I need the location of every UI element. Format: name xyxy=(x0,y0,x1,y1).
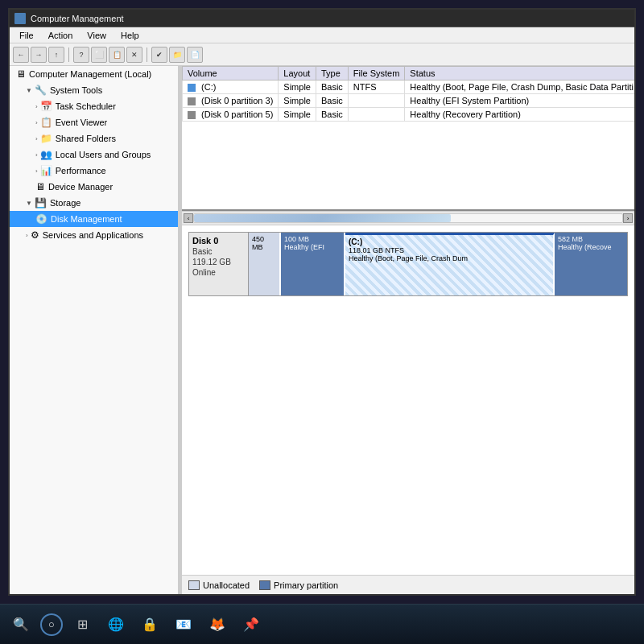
partition-recovery-label: Healthy (Recove xyxy=(558,243,624,251)
sidebar-item-shared-folders[interactable]: › 📁 Shared Folders xyxy=(10,130,178,147)
vol-icon-p3 xyxy=(188,97,196,105)
export-button[interactable]: 📋 xyxy=(109,47,125,63)
scroll-left-button[interactable]: ‹ xyxy=(184,213,193,223)
scroll-right-button[interactable]: › xyxy=(623,213,633,223)
expand-arrow-shared-folders: › xyxy=(35,135,38,142)
shared-folders-icon: 📁 xyxy=(40,133,52,144)
partition-c-name: (C:) xyxy=(349,237,550,246)
toolbar-separator-1 xyxy=(68,47,69,62)
vol-layout-p3: Simple xyxy=(279,94,316,108)
title-bar: Computer Management xyxy=(10,10,634,27)
sidebar-item-local-users[interactable]: › 👥 Local Users and Groups xyxy=(10,147,178,163)
disk-management-icon: 💿 xyxy=(35,213,47,225)
sidebar-item-storage[interactable]: ▼ 💾 Storage xyxy=(10,195,178,211)
cortana-button[interactable]: ○ xyxy=(40,613,63,636)
storage-label: Storage xyxy=(50,198,81,208)
tree-root[interactable]: 🖥 Computer Management (Local) xyxy=(10,66,178,82)
disk-0-row: Disk 0 Basic 119.12 GB Online 450 MB xyxy=(188,232,628,296)
help-button[interactable]: ? xyxy=(73,47,89,63)
legend-primary-box xyxy=(259,580,270,590)
vol-layout-p5: Simple xyxy=(279,108,316,122)
search-button[interactable]: 🔍 xyxy=(6,610,35,639)
edge-button[interactable]: 🌐 xyxy=(101,610,130,639)
legend-unallocated-box xyxy=(188,580,200,590)
legend-unallocated: Unallocated xyxy=(188,580,250,590)
table-row[interactable]: (C:) Simple Basic NTFS Healthy (Boot, Pa… xyxy=(183,80,635,94)
delete-button[interactable]: ✕ xyxy=(126,47,142,63)
disk-0-partitions: 450 MB 100 MB Healthy (EFI (C:) 118.01 G… xyxy=(249,232,628,296)
partition-efi[interactable]: 100 MB Healthy (EFI xyxy=(281,233,345,295)
disk-0-status: Online xyxy=(192,268,245,277)
menu-file[interactable]: File xyxy=(13,29,40,42)
partition-c-drive[interactable]: (C:) 118.01 GB NTFS Healthy (Boot, Page … xyxy=(345,233,555,295)
task-view-button[interactable]: ⊞ xyxy=(68,610,97,639)
system-tools-icon: 🔧 xyxy=(35,85,47,96)
local-users-label: Local Users and Groups xyxy=(56,150,151,159)
sidebar-item-disk-management[interactable]: 💿 Disk Management xyxy=(10,211,178,227)
expand-arrow-storage: ▼ xyxy=(26,200,32,207)
sidebar-item-task-scheduler[interactable]: › 📅 Task Scheduler xyxy=(10,98,178,114)
col-filesystem[interactable]: File System xyxy=(348,67,404,80)
app-icon xyxy=(14,13,26,24)
partition-unallocated[interactable]: 450 MB xyxy=(249,233,281,295)
back-button[interactable]: ← xyxy=(13,47,29,63)
local-users-icon: 👥 xyxy=(40,149,52,160)
taskbar: 🔍 ○ ⊞ 🌐 🔒 📧 🦊 📌 xyxy=(0,604,644,644)
menu-view[interactable]: View xyxy=(80,29,113,42)
sidebar-item-event-viewer[interactable]: › 📋 Event Viewer xyxy=(10,114,178,130)
col-layout[interactable]: Layout xyxy=(279,67,316,80)
system-tools-label: System Tools xyxy=(50,85,102,95)
vol-status-p3: Healthy (EFI System Partition) xyxy=(405,94,634,108)
partition-c-size: 118.01 GB NTFS xyxy=(349,246,550,254)
task-scheduler-icon: 📅 xyxy=(40,101,52,112)
event-viewer-icon: 📋 xyxy=(40,117,52,128)
partition-recovery-size: 582 MB xyxy=(558,235,624,243)
lock-button[interactable]: 🔒 xyxy=(135,610,164,639)
vol-name-c: (C:) xyxy=(183,80,279,94)
expand-arrow-task-scheduler: › xyxy=(35,103,38,110)
legend-unallocated-label: Unallocated xyxy=(203,580,250,590)
table-row[interactable]: (Disk 0 partition 5) Simple Basic Health… xyxy=(183,108,635,122)
disk-0-type: Basic xyxy=(192,247,245,256)
firefox-button[interactable]: 🦊 xyxy=(203,610,232,639)
check-button[interactable]: ✔ xyxy=(151,47,167,63)
menu-action[interactable]: Action xyxy=(42,29,80,42)
col-status[interactable]: Status xyxy=(405,67,634,80)
sidebar-item-performance[interactable]: › 📊 Performance xyxy=(10,163,178,179)
forward-button[interactable]: → xyxy=(31,47,47,63)
partition-recovery[interactable]: 582 MB Healthy (Recove xyxy=(555,233,627,295)
partition-efi-size: 100 MB xyxy=(284,235,341,243)
main-content: 🖥 Computer Management (Local) ▼ 🔧 System… xyxy=(10,66,634,594)
menu-help[interactable]: Help xyxy=(114,29,146,42)
pin-button[interactable]: 📌 xyxy=(237,610,266,639)
expand-arrow-event-viewer: › xyxy=(35,119,38,126)
legend-bar: Unallocated Primary partition xyxy=(182,575,634,594)
vol-fs-c: NTFS xyxy=(348,80,404,94)
tree-panel: 🖥 Computer Management (Local) ▼ 🔧 System… xyxy=(10,66,179,594)
copy-button[interactable]: 📄 xyxy=(187,47,203,63)
event-viewer-label: Event Viewer xyxy=(56,118,108,127)
expand-arrow-system-tools: ▼ xyxy=(26,87,32,94)
volume-table-area[interactable]: Volume Layout Type File System Status (C… xyxy=(182,66,634,211)
mail-button[interactable]: 📧 xyxy=(169,610,198,639)
scroll-track[interactable] xyxy=(193,213,623,223)
sidebar-item-device-manager[interactable]: 🖥 Device Manager xyxy=(10,179,178,195)
legend-primary-label: Primary partition xyxy=(274,580,338,590)
up-button[interactable]: ↑ xyxy=(48,47,64,63)
shared-folders-label: Shared Folders xyxy=(56,134,116,143)
expand-arrow-local-users: › xyxy=(35,151,38,159)
vol-type-p3: Basic xyxy=(316,94,348,108)
horizontal-scrollbar[interactable]: ‹ › xyxy=(182,211,634,225)
folder-button[interactable]: 📁 xyxy=(169,47,185,63)
sidebar-item-services[interactable]: › ⚙ Services and Applications xyxy=(10,227,178,243)
col-type[interactable]: Type xyxy=(316,67,348,80)
table-row[interactable]: (Disk 0 partition 3) Simple Basic Health… xyxy=(183,94,635,108)
col-volume[interactable]: Volume xyxy=(183,67,279,80)
tree-root-label: Computer Management (Local) xyxy=(29,69,151,79)
partition-efi-label: Healthy (EFI xyxy=(284,243,341,251)
vol-status-c: Healthy (Boot, Page File, Crash Dump, Ba… xyxy=(405,80,634,94)
sidebar-item-system-tools[interactable]: ▼ 🔧 System Tools xyxy=(10,82,178,98)
vol-layout-c: Simple xyxy=(279,80,316,94)
window-button[interactable]: ⬜ xyxy=(91,47,107,63)
window-title: Computer Management xyxy=(31,14,124,23)
